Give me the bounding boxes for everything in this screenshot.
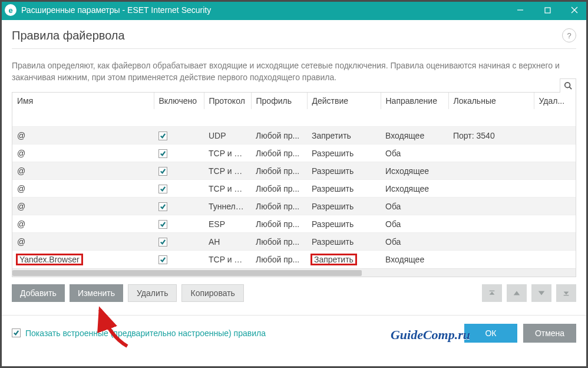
edit-button[interactable]: Изменить [70, 284, 123, 302]
cell-enabled[interactable] [154, 127, 204, 144]
cell-local [448, 233, 534, 251]
cell-protocol: TCP и U... [204, 180, 251, 198]
cell-remote [534, 144, 576, 162]
divider [12, 48, 576, 49]
checkbox-icon [12, 328, 21, 337]
checkbox-icon [158, 167, 167, 176]
minimize-button[interactable] [507, 0, 534, 20]
cell-protocol: UDP [204, 127, 251, 144]
col-direction[interactable]: Направление [381, 93, 448, 109]
cell-name: @ [12, 198, 154, 215]
cell-direction: Исходящее [381, 180, 448, 198]
cell-enabled[interactable] [154, 162, 204, 180]
table-row[interactable]: Yandex.BrowserTCP и U...Любой пр...Запре… [12, 251, 576, 268]
cell-protocol: TCP и U... [204, 144, 251, 162]
cell-protocol: AH [204, 233, 251, 251]
table-row[interactable]: @UDPЛюбой пр...ЗапретитьВходящееПорт: 35… [12, 127, 576, 144]
cell-direction: Входящее [381, 251, 448, 268]
svg-marker-10 [564, 291, 569, 294]
move-top-button[interactable] [482, 284, 502, 302]
cell-direction: Входящее [381, 127, 448, 144]
cell-enabled[interactable] [154, 215, 204, 233]
rules-table: Имя Включено Протокол Профиль Действие Н… [12, 92, 576, 277]
checkbox-icon [158, 132, 167, 140]
col-local[interactable]: Локальные [448, 93, 534, 109]
horizontal-scrollbar[interactable] [12, 268, 576, 277]
cell-name: Yandex.Browser [12, 251, 154, 268]
cell-action: Разрешить [307, 215, 381, 233]
cell-direction: Оба [381, 144, 448, 162]
table-header-row: Имя Включено Протокол Профиль Действие Н… [12, 93, 576, 109]
svg-rect-7 [490, 290, 495, 291]
page-title: Правила файервола [12, 29, 125, 42]
cell-local [448, 215, 534, 233]
cell-direction: Исходящее [381, 162, 448, 180]
checkbox-icon [158, 220, 167, 229]
cell-protocol: TCP и U... [204, 251, 251, 268]
cancel-button[interactable]: Отмена [523, 324, 576, 343]
checkbox-icon [158, 149, 167, 158]
cell-action: Запретить [307, 251, 381, 268]
cell-profile: Любой пр... [251, 233, 307, 251]
col-profile[interactable]: Профиль [251, 93, 307, 109]
svg-line-5 [570, 87, 572, 90]
col-action[interactable]: Действие [307, 93, 381, 109]
table-row[interactable]: @AHЛюбой пр...РазрешитьОба [12, 233, 576, 251]
col-enabled[interactable]: Включено [154, 93, 204, 109]
table-row[interactable]: @ESPЛюбой пр...РазрешитьОба [12, 215, 576, 233]
checkbox-icon [158, 255, 167, 264]
cell-name: @ [12, 162, 154, 180]
cell-profile: Любой пр... [251, 180, 307, 198]
cell-local [448, 144, 534, 162]
cell-remote [534, 215, 576, 233]
help-icon[interactable]: ? [562, 28, 576, 42]
cell-profile: Любой пр... [251, 127, 307, 144]
cell-enabled[interactable] [154, 180, 204, 198]
checkbox-icon [158, 185, 167, 193]
ok-button[interactable]: ОК [464, 324, 517, 343]
cell-protocol: TCP и U... [204, 162, 251, 180]
col-name[interactable]: Имя [12, 93, 154, 109]
col-protocol[interactable]: Протокол [204, 93, 251, 109]
svg-point-4 [565, 83, 570, 88]
cell-enabled[interactable] [154, 144, 204, 162]
cell-profile: Любой пр... [251, 198, 307, 215]
search-icon [564, 81, 572, 90]
show-builtin-checkbox[interactable]: Показать встроенные (предварительно наст… [12, 328, 266, 338]
table-row[interactable]: @TCP и U...Любой пр...РазрешитьОба [12, 144, 576, 162]
svg-marker-8 [514, 291, 520, 295]
checkbox-icon [158, 202, 167, 211]
move-bottom-button[interactable] [556, 284, 576, 302]
cell-remote [534, 127, 576, 144]
table-row[interactable]: @Туннель...Любой пр...РазрешитьОба [12, 198, 576, 215]
cell-enabled[interactable] [154, 233, 204, 251]
move-up-button[interactable] [507, 284, 527, 302]
cell-direction: Оба [381, 215, 448, 233]
cell-remote [534, 162, 576, 180]
window-title: Расширенные параметры - ESET Internet Se… [21, 5, 507, 15]
cell-remote [534, 251, 576, 268]
cell-action: Запретить [307, 127, 381, 144]
cell-action: Разрешить [307, 180, 381, 198]
cell-name: @ [12, 180, 154, 198]
cell-local: Порт: 3540 [448, 127, 534, 144]
app-logo-icon: e [5, 4, 16, 16]
cell-enabled[interactable] [154, 251, 204, 268]
cell-action: Разрешить [307, 144, 381, 162]
cell-remote [534, 233, 576, 251]
close-button[interactable] [561, 0, 588, 20]
add-button[interactable]: Добавить [12, 284, 65, 302]
cell-enabled[interactable] [154, 198, 204, 215]
copy-button[interactable]: Копировать [181, 284, 243, 302]
search-button[interactable] [560, 78, 576, 93]
cell-remote [534, 180, 576, 198]
cell-name: @ [12, 127, 154, 144]
svg-marker-9 [539, 291, 545, 295]
col-remote[interactable]: Удал... [534, 93, 576, 109]
cell-local [448, 162, 534, 180]
maximize-button[interactable] [534, 0, 561, 20]
table-row[interactable]: @TCP и U...Любой пр...РазрешитьИсходящее [12, 162, 576, 180]
table-row[interactable]: @TCP и U...Любой пр...РазрешитьИсходящее [12, 180, 576, 198]
move-down-button[interactable] [531, 284, 551, 302]
delete-button[interactable]: Удалить [128, 284, 177, 302]
